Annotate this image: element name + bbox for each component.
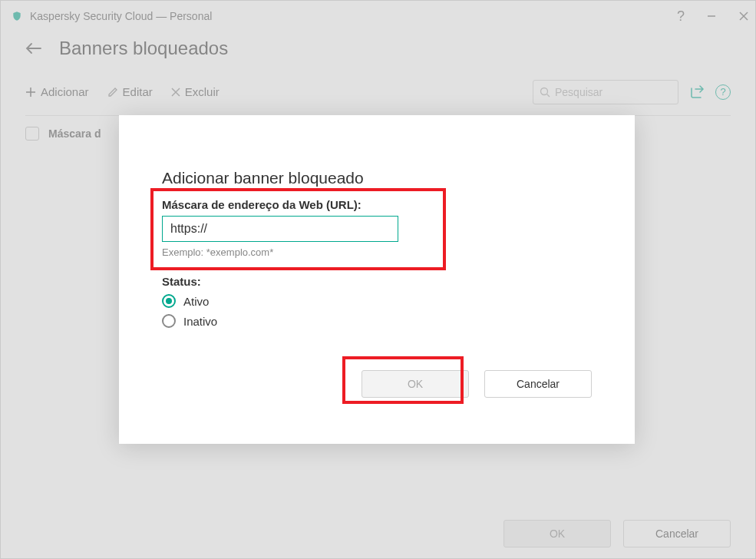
url-example-hint: Exemplo: *exemplo.com* [162,246,592,258]
radio-unchecked-icon [162,314,176,328]
add-banner-dialog: Adicionar banner bloqueado Máscara de en… [119,115,635,444]
status-inactive-label: Inativo [183,315,217,328]
dialog-cancel-button[interactable]: Cancelar [484,370,592,398]
status-label: Status: [162,275,592,288]
radio-checked-icon [162,294,176,308]
status-active-label: Ativo [183,295,209,308]
url-input[interactable] [162,216,398,242]
url-label: Máscara de endereço da Web (URL): [162,198,592,211]
status-inactive-radio[interactable]: Inativo [162,314,592,328]
dialog-title: Adicionar banner bloqueado [162,169,592,187]
status-active-radio[interactable]: Ativo [162,294,592,308]
dialog-ok-button[interactable]: OK [361,370,469,398]
